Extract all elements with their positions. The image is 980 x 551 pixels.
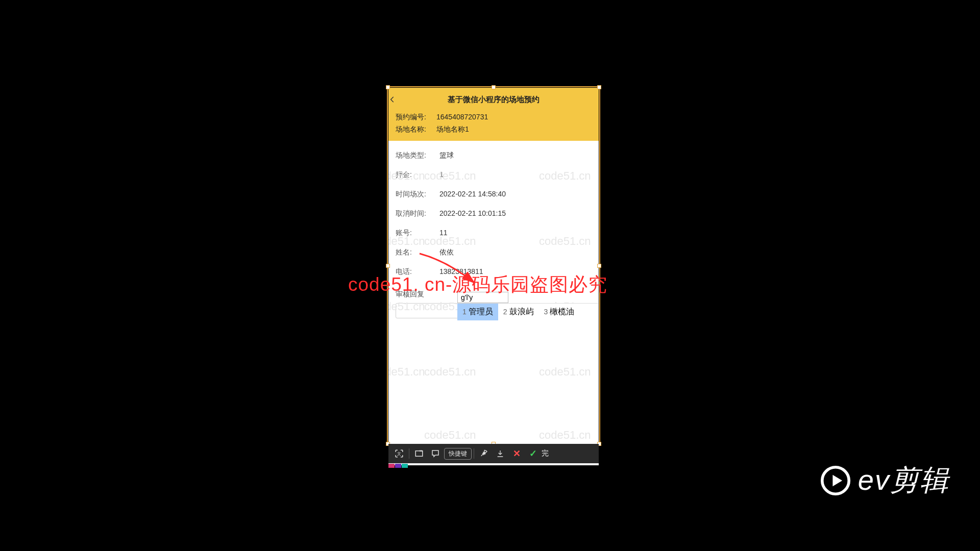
color-swatch[interactable] [395, 464, 401, 468]
toolbar-separator [474, 448, 474, 459]
download-button[interactable] [493, 446, 508, 461]
rectangle-icon [414, 449, 424, 458]
pin-button[interactable] [476, 446, 492, 461]
header-fields: 预约编号: 1645408720731 场地名称: 场地名称1 [388, 108, 599, 141]
ime-popup: g'l'y 1管理员 2鼓浪屿 3橄榄油 [457, 292, 598, 320]
detail-row: 押金:1 [396, 165, 592, 185]
play-icon [820, 465, 851, 496]
ocr-button[interactable]: 文 [391, 446, 407, 461]
ime-candidate[interactable]: 1管理员 [457, 304, 498, 320]
ime-candidate[interactable]: 3橄榄油 [539, 307, 580, 317]
cancel-button[interactable]: ✕ [509, 446, 524, 461]
field-value: 依依 [439, 248, 454, 257]
detail-row: 账号:11 [396, 223, 592, 243]
speech-bubble-icon [431, 449, 440, 458]
toolbar-separator [409, 448, 409, 459]
field-label: 场地类型: [396, 151, 439, 160]
color-swatches [388, 464, 408, 468]
comment-button[interactable] [428, 446, 443, 461]
field-label: 取消时间: [396, 209, 439, 218]
field-value: 2022-02-21 10:01:15 [439, 209, 506, 218]
svg-text:文: 文 [397, 452, 401, 456]
ime-candidate-index: 2 [503, 308, 507, 316]
field-value: 11 [439, 229, 448, 238]
page-title: 基于微信小程序的场地预约 [403, 95, 584, 105]
ime-candidate-text: 橄榄油 [550, 307, 574, 316]
header-row: 场地名称: 场地名称1 [396, 123, 592, 136]
ime-candidate-text: 管理员 [469, 307, 493, 316]
watermark-faint: code51.cn [424, 365, 476, 379]
field-value: 13823813811 [439, 267, 483, 277]
header: 基于微信小程序的场地预约 预约编号: 1645408720731 场地名称: 场… [388, 88, 599, 141]
watermark-faint: code51.cn [388, 365, 425, 379]
svg-rect-1 [415, 451, 423, 457]
rectangle-tool-button[interactable] [411, 446, 427, 461]
watermark-faint: code51.cn [424, 429, 476, 442]
ime-candidate-index: 3 [544, 308, 548, 316]
back-button[interactable] [388, 96, 403, 103]
field-label: 姓名: [396, 248, 439, 257]
ev-logo-text: ev剪辑 [858, 461, 949, 500]
ime-candidate-text: 鼓浪屿 [509, 307, 534, 316]
field-label: 场地名称: [396, 125, 432, 134]
ime-candidate-index: 1 [462, 308, 467, 316]
watermark-faint: code51.cn [539, 429, 591, 442]
color-swatch[interactable] [388, 464, 395, 468]
field-value: 1645408720731 [436, 113, 488, 122]
detail-fields: 场地类型:篮球 押金:1 时间场次:2022-02-21 14:58:40 取消… [388, 141, 599, 287]
ime-composition: g'l'y [457, 292, 508, 303]
download-icon [496, 449, 504, 458]
color-swatch[interactable] [402, 464, 408, 468]
watermark-faint: code51.cn [539, 365, 591, 379]
field-value: 1 [439, 170, 444, 180]
title-bar: 基于微信小程序的场地预约 [388, 91, 599, 108]
field-label: 押金: [396, 170, 439, 180]
field-value: 2022-02-21 14:58:40 [439, 190, 506, 199]
header-row: 预约编号: 1645408720731 [396, 111, 592, 123]
detail-row: 取消时间:2022-02-21 10:01:15 [396, 204, 592, 223]
detail-row: 场地类型:篮球 [396, 146, 592, 165]
shortcut-button[interactable]: 快捷键 [444, 448, 472, 460]
ime-candidate[interactable]: 2鼓浪屿 [498, 307, 539, 317]
chevron-left-icon [388, 96, 396, 103]
app-window: code51.cn code51.cn code51.cn code51.cn … [388, 88, 599, 465]
detail-row: 电话:13823813811 [396, 262, 592, 282]
detail-row: 时间场次:2022-02-21 14:58:40 [396, 185, 592, 204]
ime-candidates: 1管理员 2鼓浪屿 3橄榄油 [457, 303, 598, 320]
done-label: 完 [542, 449, 549, 458]
field-label: 账号: [396, 229, 439, 238]
confirm-button[interactable]: ✓ [525, 446, 541, 461]
ocr-icon: 文 [395, 449, 404, 458]
detail-row: 姓名:依依 [396, 243, 592, 262]
screenshot-toolbar: 文 快捷键 ✕ ✓ 完 [388, 444, 599, 463]
ev-logo: ev剪辑 [820, 461, 949, 500]
close-icon: ✕ [513, 448, 521, 459]
field-label: 电话: [396, 267, 439, 277]
pin-icon [480, 449, 488, 458]
field-value: 场地名称1 [436, 125, 469, 134]
check-icon: ✓ [529, 448, 537, 459]
field-label: 预约编号: [396, 113, 432, 122]
field-value: 篮球 [439, 151, 454, 160]
field-label: 时间场次: [396, 190, 439, 199]
